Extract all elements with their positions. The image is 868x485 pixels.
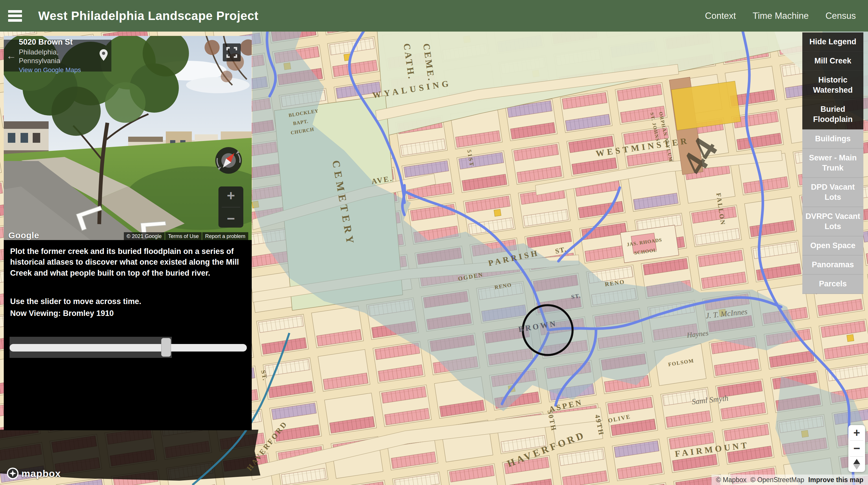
legend-item-parcels[interactable]: Parcels [802, 275, 863, 294]
mapbox-attribution-link[interactable]: © Mapbox [716, 476, 746, 484]
street-view-panel[interactable]: ← 5020 Brown St Philadelphia, Pennsylvan… [4, 36, 252, 240]
app-window: WYALUSINGAVE.CEMETERYCATH.CEME.WESTMINST… [0, 0, 868, 485]
sv-attrib-link[interactable]: © 2021 Google [124, 232, 165, 240]
legend-item-panoramas[interactable]: Panoramas [802, 255, 863, 275]
location-pin-icon[interactable] [96, 49, 112, 62]
header-bar: West Philadelphia Landscape Project Cont… [0, 0, 868, 32]
now-viewing-label: Now Viewing: Bromley 1910 [10, 309, 245, 318]
google-logo[interactable]: Google [8, 230, 39, 240]
zoom-out-button[interactable]: − [218, 212, 243, 226]
back-arrow-icon[interactable]: ← [4, 50, 19, 61]
page-title: West Philadelphia Landscape Project [38, 9, 258, 23]
sidebar-panel: ← 5020 Brown St Philadelphia, Pennsylvan… [4, 36, 252, 430]
street-address: 5020 Brown St [19, 37, 96, 47]
compass-icon[interactable] [215, 147, 242, 174]
map-zoom-control: + − [848, 425, 865, 472]
mapbox-logo-text: mapbox [22, 468, 61, 479]
top-navigation: ContextTime MachineCensus [705, 11, 856, 21]
legend-item-dpd-vacant-lots[interactable]: DPD Vacant Lots [802, 178, 863, 207]
legend-item-historic-watershed[interactable]: Historic Watershed [802, 70, 863, 100]
map-compass-button[interactable] [848, 457, 865, 472]
street-view-attribution: © 2021 GoogleTerms of UseReport a proble… [124, 232, 248, 240]
layer-legend: Hide LegendMill CreekHistoric WatershedB… [802, 32, 863, 294]
time-slider-handle[interactable] [161, 338, 171, 357]
nav-link-context[interactable]: Context [705, 11, 736, 21]
street-view-zoom-control: + − [218, 187, 243, 228]
menu-icon[interactable] [8, 10, 22, 22]
city-state: Philadelphia, Pennsylvania [19, 48, 96, 65]
legend-item-open-space[interactable]: Open Space [802, 236, 863, 255]
legend-item-mill-creek[interactable]: Mill Creek [802, 52, 863, 70]
zoom-in-button[interactable]: + [218, 189, 243, 203]
legend-item-sewer-main-trunk[interactable]: Sewer - Main Trunk [802, 148, 863, 178]
slider-hint: Use the slider to move across time. [10, 297, 245, 306]
mapbox-logo[interactable]: mapbox [6, 467, 61, 480]
nav-link-census[interactable]: Census [826, 11, 856, 21]
fullscreen-icon[interactable] [223, 44, 241, 61]
project-description: Plot the former creek and its buried flo… [10, 246, 245, 279]
map-zoom-out-button[interactable]: − [848, 441, 865, 456]
osm-attribution-link[interactable]: © OpenStreetMap [750, 476, 804, 484]
nav-link-time-machine[interactable]: Time Machine [752, 11, 809, 21]
sv-attrib-link[interactable]: Report a problem [202, 232, 248, 240]
sv-attrib-link[interactable]: Terms of Use [165, 232, 202, 240]
time-slider [9, 337, 247, 358]
mapbox-logo-icon [6, 467, 19, 480]
view-on-google-maps-link[interactable]: View on Google Maps [19, 66, 96, 74]
improve-map-link[interactable]: Improve this map [808, 476, 863, 484]
north-arrow-icon [853, 459, 860, 464]
map-attribution: © Mapbox © OpenStreetMap Improve this ma… [711, 475, 868, 485]
time-slider-track[interactable] [9, 344, 247, 351]
legend-item-buried-floodplain[interactable]: Buried Floodplain [802, 100, 863, 129]
map-zoom-in-button[interactable]: + [848, 425, 865, 440]
legend-item-buildings[interactable]: Buildings [802, 130, 863, 148]
legend-item-hide-legend[interactable]: Hide Legend [802, 32, 863, 52]
street-view-address-card: ← 5020 Brown St Philadelphia, Pennsylvan… [4, 40, 112, 72]
legend-item-dvrpc-vacant-lots[interactable]: DVRPC Vacant Lots [802, 207, 863, 236]
